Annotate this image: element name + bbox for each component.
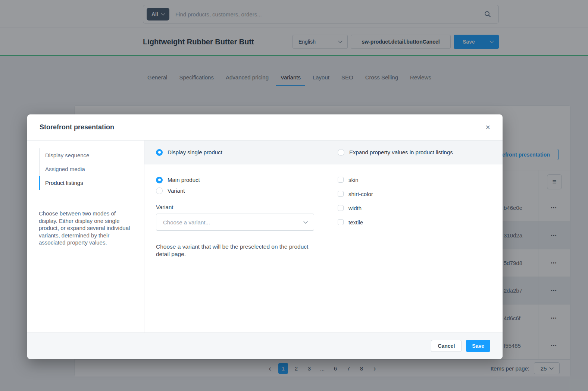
main-product-option: Main product <box>156 174 314 185</box>
display-single-product-radio[interactable] <box>156 149 163 156</box>
modal-body: Display sequence Assigned media Product … <box>27 141 503 332</box>
single-product-settings: Main product Variant Variant Choose a va… <box>144 164 326 258</box>
storefront-presentation-modal: Storefront presentation × Display sequen… <box>27 114 503 359</box>
sidebar-item-assigned-media[interactable]: Assigned media <box>39 162 135 176</box>
expand-properties-radio[interactable] <box>338 149 344 156</box>
close-icon: × <box>485 123 490 132</box>
variant-radio[interactable] <box>156 187 163 194</box>
property-width-checkbox[interactable] <box>338 205 344 211</box>
variant-option: Variant <box>156 185 314 196</box>
property-shirt-color-checkbox[interactable] <box>338 191 344 197</box>
modal-footer: Cancel Save <box>27 332 503 359</box>
sidebar-item-product-listings[interactable]: Product listings <box>39 176 135 190</box>
variant-select[interactable]: Choose a variant... <box>156 214 314 231</box>
variant-option-label: Variant <box>168 187 185 194</box>
cancel-button[interactable]: Cancel <box>431 340 462 352</box>
list-item: shirt-color <box>338 188 491 199</box>
variant-helper-text: Choose a variant that will be the presel… <box>156 243 309 258</box>
modal-header: Storefront presentation × <box>27 114 503 141</box>
property-skin-checkbox[interactable] <box>338 177 344 183</box>
property-textile-label: textile <box>348 219 363 226</box>
single-product-column: Display single product Main product Vari… <box>144 141 326 332</box>
expand-properties-label: Expand property values in product listin… <box>349 149 453 155</box>
variant-field-label: Variant <box>156 204 314 210</box>
property-shirt-color-label: shirt-color <box>348 191 373 197</box>
property-width-label: width <box>348 205 362 211</box>
list-item: textile <box>338 217 491 228</box>
expand-properties-mode-option: Expand property values in product listin… <box>326 141 503 164</box>
display-single-product-label: Display single product <box>168 149 222 155</box>
property-textile-checkbox[interactable] <box>338 219 344 225</box>
list-item: width <box>338 202 491 214</box>
variant-select-placeholder: Choose a variant... <box>163 219 210 226</box>
chevron-down-icon <box>303 219 307 223</box>
close-button[interactable]: × <box>485 123 490 132</box>
modal-title: Storefront presentation <box>40 123 114 131</box>
list-item: skin <box>338 174 491 185</box>
sidebar-item-display-sequence[interactable]: Display sequence <box>39 148 135 162</box>
expand-properties-column: Expand property values in product listin… <box>326 141 503 332</box>
mode-description: Choose between two modes of display. Eit… <box>39 210 133 246</box>
main-product-label: Main product <box>168 177 200 183</box>
save-button[interactable]: Save <box>466 340 490 352</box>
single-product-mode-option: Display single product <box>144 141 326 164</box>
property-list: skin shirt-color width textile <box>326 164 503 231</box>
modal-sidebar: Display sequence Assigned media Product … <box>27 141 144 332</box>
property-skin-label: skin <box>348 177 359 183</box>
main-product-radio[interactable] <box>156 177 163 183</box>
modal-nav: Display sequence Assigned media Product … <box>39 148 135 190</box>
